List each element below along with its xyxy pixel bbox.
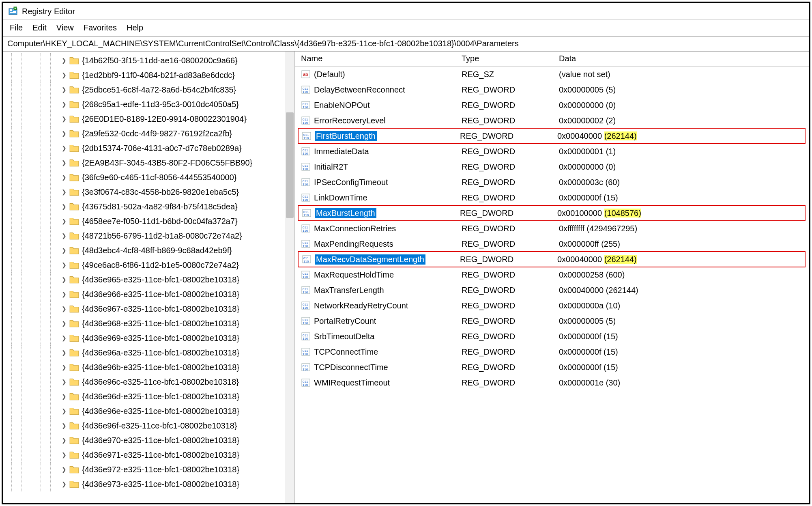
- tree-item[interactable]: ❯{48721b56-6795-11d2-b1a8-0080c72e74a2}: [3, 228, 294, 243]
- chevron-right-icon[interactable]: ❯: [60, 375, 68, 389]
- tree-item[interactable]: ❯{2a9fe532-0cdc-44f9-9827-76192f2ca2fb}: [3, 126, 294, 141]
- tree-item[interactable]: ❯{4d36e970-e325-11ce-bfc1-08002be10318}: [3, 433, 294, 448]
- chevron-right-icon[interactable]: ❯: [60, 418, 68, 433]
- chevron-right-icon[interactable]: ❯: [60, 199, 68, 214]
- chevron-right-icon[interactable]: ❯: [60, 185, 68, 199]
- value-row[interactable]: InitialR2TREG_DWORD0x00000000 (0): [295, 159, 809, 174]
- tree-item[interactable]: ❯{4d36e96c-e325-11ce-bfc1-08002be10318}: [3, 375, 294, 389]
- value-name: ImmediateData: [314, 147, 369, 156]
- tree-item[interactable]: ❯{43675d81-502a-4a82-9f84-b75f418c5dea}: [3, 199, 294, 214]
- chevron-right-icon[interactable]: ❯: [60, 301, 68, 316]
- value-row[interactable]: PortalRetryCountREG_DWORD0x00000005 (5): [295, 313, 809, 329]
- dword-value-icon: [301, 116, 311, 125]
- value-row[interactable]: TCPConnectTimeREG_DWORD0x0000000f (15): [295, 344, 809, 360]
- tree-item[interactable]: ❯{4d36e96d-e325-11ce-bfc1-08002be10318}: [3, 389, 294, 404]
- menu-file[interactable]: File: [10, 23, 23, 32]
- chevron-right-icon[interactable]: ❯: [60, 68, 68, 82]
- value-row[interactable]: MaxConnectionRetriesREG_DWORD0xffffffff …: [295, 221, 809, 236]
- tree-item[interactable]: ❯{4d36e969-e325-11ce-bfc1-08002be10318}: [3, 331, 294, 345]
- value-row[interactable]: SrbTimeoutDeltaREG_DWORD0x0000000f (15): [295, 329, 809, 344]
- chevron-right-icon[interactable]: ❯: [60, 170, 68, 185]
- chevron-right-icon[interactable]: ❯: [60, 477, 68, 491]
- chevron-right-icon[interactable]: ❯: [60, 462, 68, 477]
- chevron-right-icon[interactable]: ❯: [60, 126, 68, 141]
- value-row[interactable]: IPSecConfigTimeoutREG_DWORD0x0000003c (6…: [295, 174, 809, 190]
- tree-item[interactable]: ❯{4d36e96e-e325-11ce-bfc1-08002be10318}: [3, 404, 294, 418]
- chevron-right-icon[interactable]: ❯: [60, 389, 68, 404]
- menu-help[interactable]: Help: [127, 23, 143, 32]
- tree-item[interactable]: ❯{4d36e96f-e325-11ce-bfc1-08002be10318}: [3, 418, 294, 433]
- value-row[interactable]: (Default)REG_SZ(value not set): [295, 67, 809, 82]
- tree-item[interactable]: ❯{4d36e966-e325-11ce-bfc1-08002be10318}: [3, 287, 294, 301]
- chevron-right-icon[interactable]: ❯: [60, 112, 68, 126]
- value-row[interactable]: TCPDisconnectTimeREG_DWORD0x0000000f (15…: [295, 360, 809, 375]
- chevron-right-icon[interactable]: ❯: [60, 258, 68, 272]
- column-header-data[interactable]: Data: [559, 54, 809, 63]
- chevron-right-icon[interactable]: ❯: [60, 287, 68, 301]
- tree-item[interactable]: ❯{4d36e967-e325-11ce-bfc1-08002be10318}: [3, 301, 294, 316]
- value-type: REG_DWORD: [460, 255, 557, 264]
- value-row[interactable]: FirstBurstLengthREG_DWORD0x00040000 (262…: [298, 128, 806, 144]
- chevron-right-icon[interactable]: ❯: [60, 82, 68, 97]
- chevron-right-icon[interactable]: ❯: [60, 448, 68, 462]
- tree-item[interactable]: ❯{1ed2bbf9-11f0-4084-b21f-ad83a8e6dcdc}: [3, 68, 294, 82]
- tree-item[interactable]: ❯{268c95a1-edfe-11d3-95c3-0010dc4050a5}: [3, 97, 294, 112]
- chevron-right-icon[interactable]: ❯: [60, 97, 68, 112]
- folder-icon: [69, 333, 79, 343]
- tree-item[interactable]: ❯{4d36e965-e325-11ce-bfc1-08002be10318}: [3, 272, 294, 287]
- chevron-right-icon[interactable]: ❯: [60, 433, 68, 448]
- tree-item-label: {43675d81-502a-4a82-9f84-b75f418c5dea}: [82, 202, 238, 211]
- tree-item[interactable]: ❯{2db15374-706e-4131-a0c7-d7c78eb0289a}: [3, 141, 294, 155]
- chevron-right-icon[interactable]: ❯: [60, 272, 68, 287]
- tree-item-label: {4d36e970-e325-11ce-bfc1-08002be10318}: [82, 436, 239, 445]
- chevron-right-icon[interactable]: ❯: [60, 331, 68, 345]
- chevron-right-icon[interactable]: ❯: [60, 228, 68, 243]
- menu-edit[interactable]: Edit: [32, 23, 46, 32]
- chevron-right-icon[interactable]: ❯: [60, 360, 68, 375]
- tree-item[interactable]: ❯{26E0D1E0-8189-12E0-9914-080022301904}: [3, 112, 294, 126]
- value-row[interactable]: WMIRequestTimeoutREG_DWORD0x0000001e (30…: [295, 375, 809, 390]
- tree-scrollbar[interactable]: [285, 52, 294, 503]
- value-row[interactable]: MaxRequestHoldTimeREG_DWORD0x00000258 (6…: [295, 267, 809, 282]
- tree-scrollbar-thumb[interactable]: [286, 112, 294, 218]
- value-row[interactable]: MaxRecvDataSegmentLengthREG_DWORD0x00040…: [298, 251, 806, 267]
- menu-view[interactable]: View: [56, 23, 74, 32]
- tree-item[interactable]: ❯{4d36e968-e325-11ce-bfc1-08002be10318}: [3, 316, 294, 331]
- chevron-right-icon[interactable]: ❯: [60, 316, 68, 331]
- tree-pane[interactable]: ❯{14b62f50-3f15-11dd-ae16-0800200c9a66}❯…: [3, 52, 295, 503]
- value-row[interactable]: LinkDownTimeREG_DWORD0x0000000f (15): [295, 190, 809, 205]
- chevron-right-icon[interactable]: ❯: [60, 243, 68, 258]
- tree-item[interactable]: ❯{49ce6ac8-6f86-11d2-b1e5-0080c72e74a2}: [3, 258, 294, 272]
- column-header-name[interactable]: Name: [295, 54, 462, 63]
- menu-favorites[interactable]: Favorites: [84, 23, 117, 32]
- tree-item[interactable]: ❯{4d36e973-e325-11ce-bfc1-08002be10318}: [3, 477, 294, 491]
- chevron-right-icon[interactable]: ❯: [60, 141, 68, 155]
- chevron-right-icon[interactable]: ❯: [60, 155, 68, 170]
- tree-item[interactable]: ❯{4d36e972-e325-11ce-bfc1-08002be10318}: [3, 462, 294, 477]
- value-row[interactable]: DelayBetweenReconnectREG_DWORD0x00000005…: [295, 82, 809, 97]
- chevron-right-icon[interactable]: ❯: [60, 345, 68, 360]
- tree-item[interactable]: ❯{2EA9B43F-3045-43B5-80F2-FD06C55FBB90}: [3, 155, 294, 170]
- value-row[interactable]: ImmediateDataREG_DWORD0x00000001 (1): [295, 144, 809, 159]
- value-row[interactable]: MaxTransferLengthREG_DWORD0x00040000 (26…: [295, 282, 809, 298]
- tree-item[interactable]: ❯{36fc9e60-c465-11cf-8056-444553540000}: [3, 170, 294, 185]
- chevron-right-icon[interactable]: ❯: [60, 214, 68, 228]
- tree-item[interactable]: ❯{4d36e96a-e325-11ce-bfc1-08002be10318}: [3, 345, 294, 360]
- value-row[interactable]: EnableNOPOutREG_DWORD0x00000000 (0): [295, 97, 809, 113]
- value-name: DelayBetweenReconnect: [314, 85, 405, 95]
- tree-item[interactable]: ❯{14b62f50-3f15-11dd-ae16-0800200c9a66}: [3, 53, 294, 68]
- tree-item[interactable]: ❯{4d36e96b-e325-11ce-bfc1-08002be10318}: [3, 360, 294, 375]
- value-row[interactable]: NetworkReadyRetryCountREG_DWORD0x0000000…: [295, 298, 809, 313]
- tree-item[interactable]: ❯{25dbce51-6c8f-4a72-8a6d-b54c2b4fc835}: [3, 82, 294, 97]
- chevron-right-icon[interactable]: ❯: [60, 53, 68, 68]
- chevron-right-icon[interactable]: ❯: [60, 404, 68, 418]
- tree-item[interactable]: ❯{48d3ebc4-4cf8-48ff-b869-9c68ad42eb9f}: [3, 243, 294, 258]
- tree-item[interactable]: ❯{3e3f0674-c83c-4558-bb26-9820e1eba5c5}: [3, 185, 294, 199]
- column-header-type[interactable]: Type: [462, 54, 559, 63]
- value-row[interactable]: MaxBurstLengthREG_DWORD0x00100000 (10485…: [298, 205, 806, 221]
- value-row[interactable]: MaxPendingRequestsREG_DWORD0x000000ff (2…: [295, 236, 809, 252]
- value-row[interactable]: ErrorRecoveryLevelREG_DWORD0x00000002 (2…: [295, 113, 809, 128]
- address-bar[interactable]: Computer\HKEY_LOCAL_MACHINE\SYSTEM\Curre…: [3, 37, 809, 52]
- tree-item[interactable]: ❯{4658ee7e-f050-11d1-b6bd-00c04fa372a7}: [3, 214, 294, 228]
- tree-item[interactable]: ❯{4d36e971-e325-11ce-bfc1-08002be10318}: [3, 448, 294, 462]
